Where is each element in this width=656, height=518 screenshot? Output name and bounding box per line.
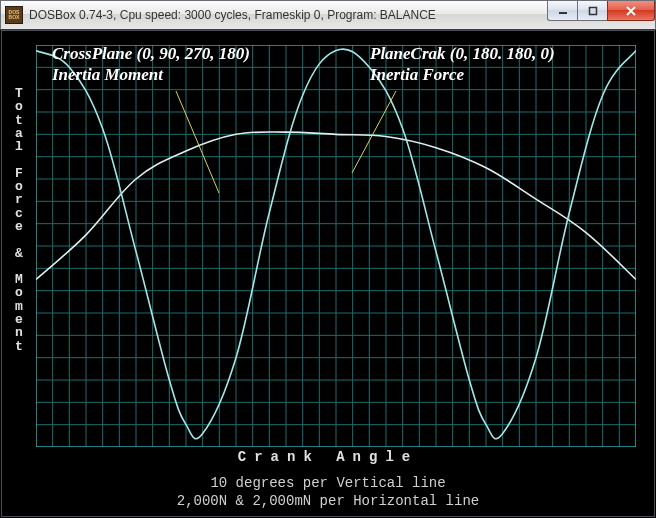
annotation-planecrank-line1: PlaneCrak (0, 180. 180, 0): [370, 44, 555, 63]
window-titlebar: DOS BOX DOSBox 0.74-3, Cpu speed: 3000 c…: [0, 0, 656, 30]
annotation-planecrank: PlaneCrak (0, 180. 180, 0) Inertia Force: [370, 43, 555, 85]
footer-line-2: 2,000N & 2,000mN per Horizontal line: [2, 493, 654, 509]
annotation-crossplane-line2: Inertia Moment: [52, 65, 163, 84]
annotation-crossplane: CrossPlane (0, 90, 270, 180) Inertia Mom…: [52, 43, 250, 85]
close-button[interactable]: [607, 1, 655, 21]
y-axis-label: Total Force & Moment: [12, 87, 26, 353]
annotation-planecrank-line2: Inertia Force: [370, 65, 464, 84]
x-axis-label: Crank Angle: [2, 449, 654, 465]
window-controls: [547, 1, 655, 21]
svg-line-59: [176, 91, 219, 193]
dosbox-icon: DOS BOX: [5, 6, 23, 24]
annotation-crossplane-line1: CrossPlane (0, 90, 270, 180): [52, 44, 250, 63]
dosbox-client-area: CrossPlane (0, 90, 270, 180) Inertia Mom…: [1, 30, 655, 517]
window-title: DOSBox 0.74-3, Cpu speed: 3000 cycles, F…: [29, 8, 436, 22]
plot-area: CrossPlane (0, 90, 270, 180) Inertia Mom…: [2, 31, 654, 516]
minimize-button[interactable]: [547, 1, 577, 21]
icon-text-bot: BOX: [9, 15, 20, 20]
svg-line-60: [352, 91, 396, 173]
grid: [36, 45, 636, 447]
svg-rect-1: [589, 7, 596, 14]
maximize-button[interactable]: [577, 1, 607, 21]
chart-canvas: [36, 45, 636, 447]
footer-line-1: 10 degrees per Vertical line: [2, 475, 654, 491]
